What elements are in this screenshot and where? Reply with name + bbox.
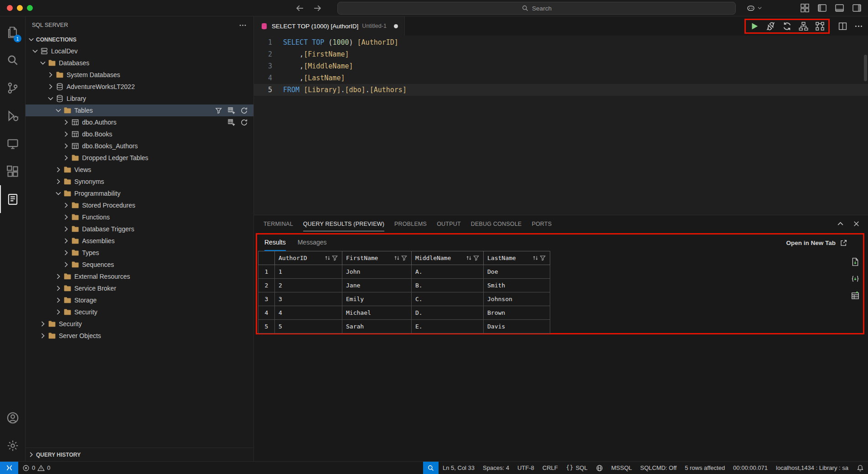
code-line-5[interactable]: 5FROM [Library].[dbo].[Authors]	[254, 84, 868, 96]
chevron-down-icon[interactable]	[54, 189, 62, 198]
tree-item-databases[interactable]: Databases	[26, 57, 253, 69]
chevron-right-icon[interactable]	[54, 272, 62, 281]
column-header-lastname[interactable]: LastName	[484, 251, 550, 265]
chevron-down-icon[interactable]	[46, 94, 55, 103]
activity-item-search[interactable]	[0, 46, 25, 74]
chevron-right-icon[interactable]	[62, 260, 70, 269]
tree-item-dropped-ledger-tables[interactable]: Dropped Ledger Tables	[26, 152, 253, 164]
grid-cell[interactable]: B.	[412, 279, 484, 292]
editor-scrollbar[interactable]	[863, 36, 868, 215]
sort-icon[interactable]	[324, 255, 331, 261]
customize-layout-button[interactable]	[800, 3, 810, 13]
tree-item-storage[interactable]: Storage	[26, 294, 253, 306]
chevron-right-icon[interactable]	[54, 177, 62, 186]
chevron-right-icon[interactable]	[46, 71, 55, 79]
code-editor[interactable]: 1SELECT TOP (1000) [AuthorID]2 ,[FirstNa…	[254, 36, 868, 215]
chevron-right-icon[interactable]	[54, 308, 62, 316]
tree-item-adventureworkslt2022[interactable]: AdventureWorksLT2022	[26, 81, 253, 93]
activity-item-run-and-debug[interactable]	[0, 102, 25, 130]
chevron-right-icon[interactable]	[62, 249, 70, 257]
estimated-plan-button[interactable]	[799, 21, 808, 31]
status-cursor-position[interactable]: Ln 5, Col 33	[439, 462, 479, 474]
panel-tab-problems[interactable]: PROBLEMS	[389, 215, 432, 232]
activity-item-settings[interactable]	[0, 432, 25, 459]
grid-cell[interactable]: A.	[412, 265, 484, 279]
grid-cell[interactable]: Smith	[484, 279, 550, 292]
activity-item-accounts[interactable]	[0, 404, 25, 432]
back-icon[interactable]	[295, 4, 305, 13]
status-provider[interactable]: MSSQL	[607, 462, 636, 474]
chevron-right-icon[interactable]	[54, 296, 62, 304]
tree-item-programmability[interactable]: Programmability	[26, 188, 253, 199]
more-actions-button[interactable]	[854, 21, 863, 31]
tree-item-stored-procedures[interactable]: Stored Procedures	[26, 199, 253, 211]
tree-item-security[interactable]: Security	[26, 306, 253, 318]
filter-icon[interactable]	[401, 255, 408, 261]
status-indentation[interactable]: Spaces: 4	[479, 462, 513, 474]
grid-cell[interactable]: D.	[412, 306, 484, 320]
close-window-button[interactable]	[7, 5, 13, 11]
tree-item-synonyms[interactable]: Synonyms	[26, 176, 253, 188]
run-query-button[interactable]	[749, 21, 759, 31]
minimize-window-button[interactable]	[17, 5, 23, 11]
code-line-2[interactable]: 2 ,[FirstName]	[254, 48, 868, 60]
grid-cell[interactable]: 1	[275, 265, 342, 279]
filter-icon[interactable]	[539, 255, 546, 261]
grid-row-3[interactable]: 33EmilyC.Johnson	[258, 292, 550, 306]
chevron-right-icon[interactable]	[62, 142, 70, 150]
tree-item-views[interactable]: Views	[26, 164, 253, 176]
code-line-3[interactable]: 3 ,[MiddleName]	[254, 60, 868, 72]
tree-item-library[interactable]: Library	[26, 93, 253, 104]
status-language-mode[interactable]: {}SQL	[562, 462, 592, 474]
status-eol[interactable]: CRLF	[538, 462, 562, 474]
chevron-right-icon[interactable]	[62, 201, 70, 209]
refresh-icon[interactable]	[240, 107, 248, 115]
filter-icon[interactable]	[215, 107, 222, 115]
chevron-right-icon[interactable]	[39, 320, 47, 328]
grid-row-1[interactable]: 11JohnA.Doe	[258, 265, 550, 279]
disconnect-button[interactable]	[766, 21, 775, 31]
chevron-right-icon[interactable]	[62, 154, 70, 162]
panel-tab-output[interactable]: OUTPUT	[432, 215, 466, 232]
copilot-menu[interactable]	[746, 4, 763, 13]
sort-icon[interactable]	[393, 255, 400, 261]
problems-status[interactable]: 0 0	[18, 462, 54, 474]
split-editor-button[interactable]	[838, 21, 847, 31]
sort-icon[interactable]	[465, 255, 472, 261]
column-header-middlename[interactable]: MiddleName	[412, 251, 484, 265]
panel-close-icon[interactable]	[852, 219, 861, 228]
chevron-down-icon[interactable]	[39, 59, 47, 67]
chevron-right-icon[interactable]	[54, 166, 62, 174]
row-number[interactable]: 4	[258, 306, 275, 320]
grid-cell[interactable]: C.	[412, 292, 484, 306]
modified-indicator[interactable]	[394, 24, 398, 28]
panel-tab-debug-console[interactable]: DEBUG CONSOLE	[466, 215, 527, 232]
status-connection[interactable]: localhost,1434 : Library : sa	[772, 462, 852, 474]
actual-plan-button[interactable]	[815, 21, 825, 31]
grid-cell[interactable]: E.	[412, 320, 484, 333]
grid-cell[interactable]: Sarah	[342, 320, 412, 333]
row-number[interactable]: 1	[258, 265, 275, 279]
editor-tab[interactable]: SELECT TOP (1000) [AuthorID] Untitled-1	[254, 16, 405, 36]
scrollbar-thumb[interactable]	[864, 55, 867, 81]
toggle-panel-button[interactable]	[835, 3, 844, 13]
grid-cell[interactable]: Michael	[342, 306, 412, 320]
tree-item-system-databases[interactable]: System Databases	[26, 69, 253, 81]
row-number[interactable]: 5	[258, 320, 275, 333]
remote-indicator[interactable]	[0, 462, 18, 474]
grid-cell[interactable]: Davis	[484, 320, 550, 333]
chevron-right-icon[interactable]	[62, 130, 70, 138]
grid-cell[interactable]: Jane	[342, 279, 412, 292]
status-encoding[interactable]: UTF-8	[513, 462, 538, 474]
more-actions-icon[interactable]	[238, 21, 247, 30]
grid-row-4[interactable]: 44MichaelD.Brown	[258, 306, 550, 320]
row-number[interactable]: 3	[258, 292, 275, 306]
column-header-authorid[interactable]: AuthorID	[275, 251, 342, 265]
save-as-csv-button[interactable]	[851, 257, 860, 266]
code-line-1[interactable]: 1SELECT TOP (1000) [AuthorID]	[254, 36, 868, 48]
table-new-icon[interactable]	[227, 107, 235, 115]
tree-item-dbo-books-authors[interactable]: dbo.Books_Authors	[26, 140, 253, 152]
filter-icon[interactable]	[473, 255, 480, 261]
panel-tab-ports[interactable]: PORTS	[527, 215, 557, 232]
activity-item-explorer[interactable]: 1	[0, 18, 25, 46]
